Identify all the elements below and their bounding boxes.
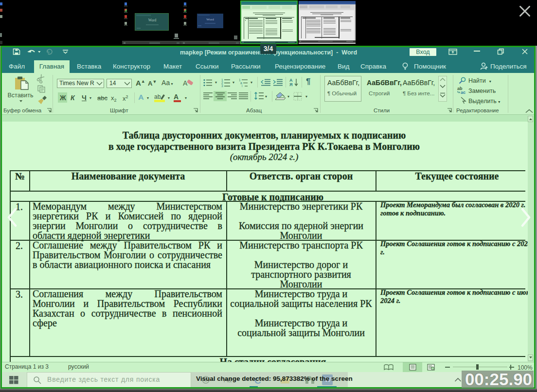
svg-text:ac: ac bbox=[461, 90, 465, 94]
svg-text:Я: Я bbox=[289, 82, 292, 87]
svg-text:А: А bbox=[174, 93, 179, 101]
svg-text:ab: ab bbox=[154, 93, 161, 100]
svg-text:3: 3 bbox=[221, 84, 223, 87]
svg-text:i: i bbox=[242, 84, 242, 87]
svg-text:А: А bbox=[183, 79, 188, 87]
